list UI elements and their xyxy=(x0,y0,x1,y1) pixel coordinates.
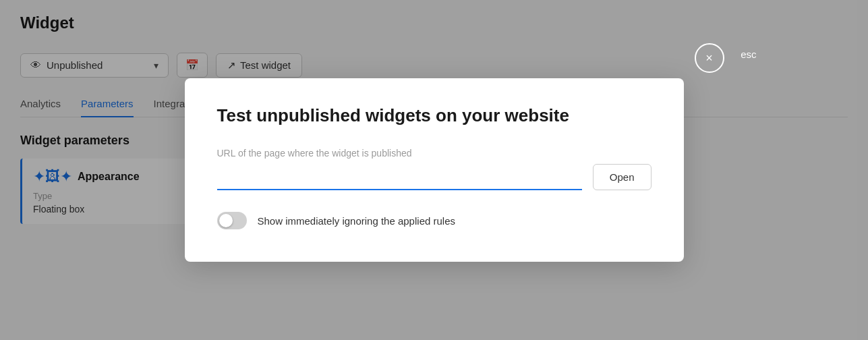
toggle-row: Show immediately ignoring the applied ru… xyxy=(217,212,652,229)
close-icon: × xyxy=(705,51,713,65)
url-input-row: Open xyxy=(217,164,652,190)
esc-label: esc xyxy=(741,49,756,60)
modal-title: Test unpublished widgets on your website xyxy=(217,105,652,126)
toggle-switch[interactable] xyxy=(217,212,247,229)
modal-dialog: × esc Test unpublished widgets on your w… xyxy=(185,78,684,262)
toggle-label: Show immediately ignoring the applied ru… xyxy=(258,215,456,227)
url-label: URL of the page where the widget is publ… xyxy=(217,148,652,159)
modal-overlay: × esc Test unpublished widgets on your w… xyxy=(0,0,868,340)
open-button[interactable]: Open xyxy=(593,164,652,190)
url-input[interactable] xyxy=(217,169,582,190)
url-section: URL of the page where the widget is publ… xyxy=(217,148,652,190)
close-button[interactable]: × xyxy=(695,43,724,73)
